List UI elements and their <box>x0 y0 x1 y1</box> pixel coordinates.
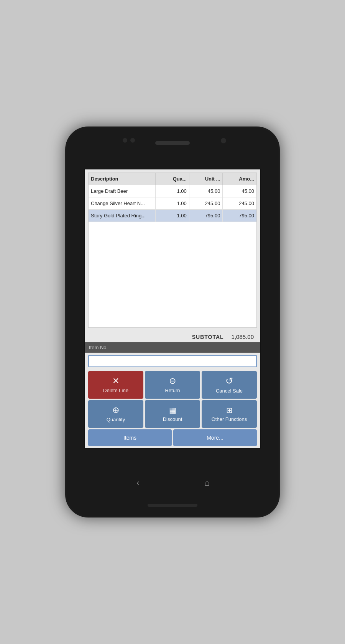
cancel-sale-label: Cancel Sale <box>216 388 243 394</box>
button-row-2: ⊕ Quantity ▦ Discount ⊞ Other Functions <box>88 400 257 428</box>
table-row[interactable]: Large Draft Beer 1.00 45.00 45.00 <box>89 185 256 197</box>
subtotal-bar: SUBTOTAL 1,085.00 <box>85 331 260 342</box>
phone-screen: Description Qua... Unit ... Amo... Large… <box>84 169 261 449</box>
top-bezel <box>65 127 280 169</box>
header-qty: Qua... <box>156 173 189 185</box>
cell-unit: 795.00 <box>189 210 223 222</box>
front-camera <box>221 138 226 143</box>
subtotal-value: 1,085.00 <box>232 334 254 340</box>
discount-button[interactable]: ▦ Discount <box>145 400 200 428</box>
return-button[interactable]: ⊖ Return <box>145 371 200 399</box>
home-icon: ⌂ <box>204 478 209 488</box>
cell-unit: 245.00 <box>189 197 223 209</box>
quantity-icon: ⊕ <box>112 406 119 414</box>
cancel-sale-icon: ↺ <box>225 376 233 386</box>
subtotal-label: SUBTOTAL <box>192 334 224 340</box>
header-amount: Amo... <box>223 173 256 185</box>
button-row-1: ✕ Delete Line ⊖ Return ↺ Cancel Sale <box>88 371 257 399</box>
front-dots <box>123 138 135 143</box>
back-button[interactable]: ‹ <box>130 475 146 491</box>
items-table: Description Qua... Unit ... Amo... Large… <box>88 172 257 328</box>
items-button[interactable]: Items <box>88 429 172 446</box>
discount-label: Discount <box>163 416 182 422</box>
cell-amount: 795.00 <box>223 210 256 222</box>
cell-qty: 1.00 <box>156 210 189 222</box>
action-buttons-area: ✕ Delete Line ⊖ Return ↺ Cancel Sale <box>85 370 260 448</box>
dot-2 <box>130 138 135 143</box>
item-no-bar: Item No. <box>85 342 260 353</box>
cell-qty: 1.00 <box>156 197 189 209</box>
return-label: Return <box>165 388 180 393</box>
cell-unit: 45.00 <box>189 185 223 197</box>
back-icon: ‹ <box>136 478 139 488</box>
cell-description: Story Gold Plated Ring... <box>89 210 156 222</box>
item-number-input[interactable] <box>88 355 257 367</box>
table-header: Description Qua... Unit ... Amo... <box>89 173 256 185</box>
dot-1 <box>123 138 127 143</box>
item-no-label: Item No. <box>89 345 108 350</box>
table-row[interactable]: Story Gold Plated Ring... 1.00 795.00 79… <box>89 210 256 222</box>
cell-amount: 245.00 <box>223 197 256 209</box>
cell-amount: 45.00 <box>223 185 256 197</box>
more-label: More... <box>207 435 223 441</box>
earpiece-speaker <box>155 141 190 145</box>
header-description: Description <box>89 173 156 185</box>
cell-description: Change Silver Heart N... <box>89 197 156 209</box>
bottom-speaker <box>148 504 197 507</box>
other-functions-icon: ⊞ <box>226 406 233 414</box>
cancel-sale-button[interactable]: ↺ Cancel Sale <box>202 371 257 399</box>
table-row[interactable]: Change Silver Heart N... 1.00 245.00 245… <box>89 197 256 210</box>
cell-description: Large Draft Beer <box>89 185 156 197</box>
return-icon: ⊖ <box>169 377 176 385</box>
delete-line-button[interactable]: ✕ Delete Line <box>88 371 143 399</box>
more-button[interactable]: More... <box>173 429 257 446</box>
header-unit: Unit ... <box>189 173 223 185</box>
delete-line-label: Delete Line <box>103 388 128 393</box>
home-button[interactable]: ⌂ <box>199 475 215 491</box>
cell-qty: 1.00 <box>156 185 189 197</box>
app-content: Description Qua... Unit ... Amo... Large… <box>85 169 260 448</box>
item-input-container <box>85 353 260 370</box>
delete-line-icon: ✕ <box>112 377 119 385</box>
button-row-3: Items More... <box>88 429 257 446</box>
other-functions-label: Other Functions <box>212 416 247 422</box>
items-label: Items <box>123 435 136 441</box>
phone-device: Description Qua... Unit ... Amo... Large… <box>65 127 280 518</box>
discount-icon: ▦ <box>169 406 176 414</box>
other-functions-button[interactable]: ⊞ Other Functions <box>202 400 257 428</box>
quantity-button[interactable]: ⊕ Quantity <box>88 400 143 428</box>
bottom-bezel: ‹ ⌂ <box>65 449 280 518</box>
quantity-label: Quantity <box>107 417 125 422</box>
